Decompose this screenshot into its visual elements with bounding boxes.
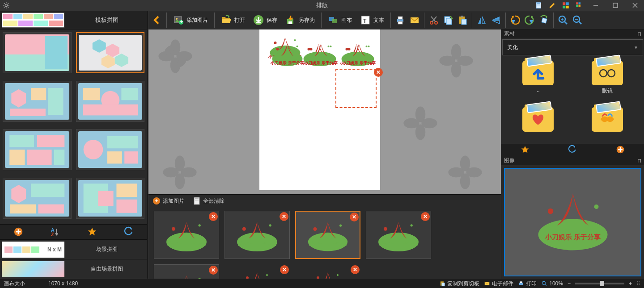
pencil-icon[interactable] [548, 1, 556, 9]
favorite-icon[interactable] [521, 145, 530, 155]
image-preview[interactable]: 小刀娱乐 乐于分享 [504, 168, 641, 276]
template-item[interactable] [76, 81, 145, 122]
svg-rect-118 [194, 197, 199, 205]
refresh-icon[interactable] [568, 145, 577, 155]
mode-scene[interactable]: N x M 场景拼图 [0, 239, 147, 259]
mosaic-icon[interactable] [562, 1, 570, 9]
svg-text:T: T [363, 18, 367, 24]
materials-actions [501, 144, 644, 156]
resize-grip[interactable]: ⠿ [636, 280, 640, 287]
sort-icon[interactable]: AZ [50, 227, 60, 237]
film-delete-icon[interactable]: ✕ [351, 265, 360, 274]
image-panel-title: 图像⊓ [501, 156, 644, 165]
save-label: 保存 [267, 17, 277, 24]
open-label: 打开 [234, 17, 245, 24]
zoom-plus[interactable]: + [629, 280, 632, 287]
new-doc-icon[interactable] [535, 1, 543, 9]
palette-icon[interactable] [575, 1, 583, 9]
status-zoom[interactable]: 100% [541, 280, 563, 287]
add-image-label: 添加图片 [186, 17, 208, 24]
add-icon[interactable] [616, 145, 625, 155]
film-cell[interactable]: ✕ [154, 264, 219, 279]
save-as-button[interactable]: 另存为 [282, 13, 318, 27]
folder-glasses[interactable]: 眼镜 [575, 61, 640, 103]
film-delete-icon[interactable]: ✕ [209, 212, 218, 221]
template-item[interactable] [76, 129, 145, 170]
refresh-icon[interactable] [124, 227, 134, 237]
open-button[interactable]: 打开 [217, 13, 249, 27]
rotate-free-icon[interactable] [537, 13, 551, 27]
materials-combo[interactable]: 美化▼ [502, 39, 643, 55]
film-delete-icon[interactable]: ✕ [350, 213, 359, 221]
chevron-down-icon: ▼ [634, 45, 638, 50]
pin-icon[interactable]: ⊓ [637, 158, 641, 164]
template-item[interactable] [76, 178, 145, 219]
template-item[interactable] [3, 81, 72, 122]
back-button[interactable] [150, 13, 164, 27]
template-item[interactable] [76, 32, 145, 73]
svg-rect-30 [48, 88, 63, 114]
favorite-icon[interactable] [87, 227, 97, 237]
svg-rect-50 [98, 191, 113, 206]
zoom-slider[interactable] [575, 283, 624, 284]
film-cell[interactable]: ✕ [366, 211, 431, 259]
film-cell[interactable]: ✕ [295, 211, 360, 259]
film-clear-button[interactable]: 全部清除 [193, 197, 225, 205]
film-clear-label: 全部清除 [203, 197, 225, 205]
template-item[interactable] [3, 129, 72, 170]
minimize-button[interactable] [589, 0, 603, 11]
film-add-button[interactable]: +添加图片 [153, 197, 184, 205]
add-icon[interactable] [13, 227, 23, 237]
folder-heart[interactable] [506, 107, 571, 140]
svg-point-104 [457, 56, 473, 66]
folder-mask[interactable] [575, 107, 640, 140]
status-email[interactable]: 电子邮件 [484, 280, 513, 288]
film-cell[interactable]: ✕ [225, 211, 290, 259]
text-button[interactable]: T文本 [356, 13, 388, 27]
print-icon[interactable] [394, 13, 407, 27]
status-copy[interactable]: 复制到剪切板 [439, 280, 479, 288]
flip-h-icon[interactable] [475, 13, 488, 27]
zoom-out-icon[interactable] [571, 13, 584, 27]
template-heading: 模板拼图 [0, 11, 147, 29]
svg-rect-65 [288, 21, 292, 24]
film-cell[interactable]: ✕ [154, 211, 219, 259]
status-print[interactable]: 打印 [518, 280, 537, 288]
template-heading-label: 模板拼图 [66, 16, 147, 24]
film-delete-icon[interactable]: ✕ [280, 212, 288, 221]
close-button[interactable] [628, 0, 642, 11]
svg-rect-81 [461, 16, 463, 17]
email-icon[interactable] [408, 13, 421, 27]
pin-icon[interactable]: ⊓ [637, 31, 641, 37]
maximize-button[interactable] [608, 0, 623, 11]
nxm-label: N x M [47, 246, 62, 253]
save-button[interactable]: 保存 [250, 13, 281, 27]
template-item[interactable] [3, 32, 72, 73]
canvas-button[interactable]: 画布 [324, 13, 356, 27]
canvas-label: 画布 [341, 17, 352, 24]
film-delete-icon[interactable]: ✕ [209, 266, 218, 275]
zoom-minus[interactable]: − [568, 280, 571, 287]
folder-up[interactable]: .. [506, 61, 571, 103]
film-delete-icon[interactable]: ✕ [421, 212, 430, 221]
svg-marker-24 [92, 39, 106, 53]
rotate-ccw-icon[interactable] [508, 13, 522, 27]
rotate-cw-icon[interactable] [523, 13, 536, 27]
svg-point-100 [181, 167, 196, 177]
canvas-area[interactable]: 小刀娱乐 乐于分享 小刀娱乐 乐于分享 小刀娱乐 乐于分享 小刀娱乐 乐于分享 … [148, 29, 501, 194]
cut-icon[interactable] [427, 13, 441, 27]
copy-icon[interactable] [441, 13, 455, 27]
delete-selection-icon[interactable]: ✕ [374, 68, 383, 77]
paste-icon[interactable] [456, 13, 469, 27]
film-cell[interactable]: ✕ [225, 264, 290, 279]
mode-free-scene[interactable]: 自由场景拼图 [0, 259, 147, 279]
gear-icon [3, 2, 10, 9]
canvas-page[interactable]: 小刀娱乐 乐于分享 小刀娱乐 乐于分享 小刀娱乐 乐于分享 小刀娱乐 乐于分享 … [259, 29, 380, 190]
flip-v-icon[interactable] [489, 13, 503, 27]
film-cell[interactable]: ✕ [295, 264, 360, 279]
zoom-in-icon[interactable] [556, 13, 570, 27]
selection-box[interactable] [335, 69, 377, 108]
template-item[interactable] [3, 178, 72, 219]
add-image-button[interactable]: +添加图片 [169, 13, 212, 27]
film-delete-icon[interactable]: ✕ [280, 265, 289, 274]
